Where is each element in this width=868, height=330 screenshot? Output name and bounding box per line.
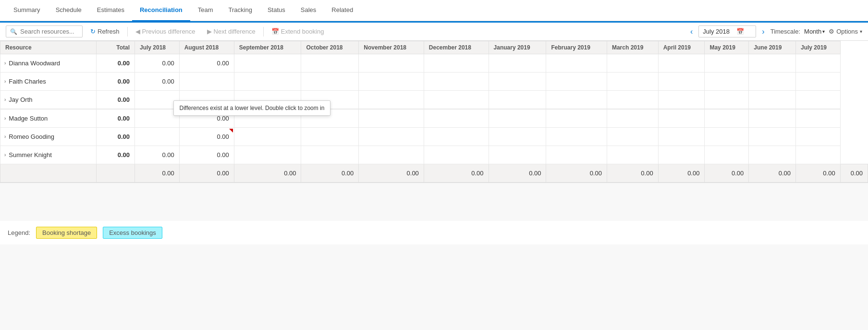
tab-tracking[interactable]: Tracking [221, 0, 260, 21]
expand-icon[interactable]: › [4, 61, 6, 66]
expand-icon[interactable]: › [4, 134, 6, 139]
col-jul2019: July 2019 [795, 41, 840, 54]
date-prev-button[interactable]: ‹ [688, 26, 695, 37]
data-cell [749, 146, 796, 164]
data-cell [749, 54, 796, 73]
col-jan2019: January 2019 [489, 41, 546, 54]
date-picker[interactable]: July 2018 📅 [698, 25, 756, 37]
data-cell [424, 54, 489, 73]
data-cell [546, 128, 607, 146]
date-next-button[interactable]: › [760, 26, 766, 37]
data-cell [179, 73, 234, 91]
tab-schedule[interactable]: Schedule [48, 0, 89, 21]
data-cell [658, 91, 705, 109]
total-footer-cell: 0.00 [489, 164, 546, 183]
search-box[interactable]: 🔍 [6, 25, 83, 37]
col-dec2018: December 2018 [424, 41, 489, 54]
total-footer-cell: 0.00 [234, 164, 301, 183]
data-cell [658, 54, 705, 73]
data-cell [546, 91, 607, 109]
total-footer-cell: 0.00 [840, 164, 868, 183]
total-cell: 0.00 [97, 54, 135, 73]
prev-icon: ◀ [135, 28, 140, 35]
data-cell [234, 54, 301, 73]
col-may2019: May 2019 [705, 41, 749, 54]
data-cell [749, 128, 796, 146]
data-cell [359, 91, 424, 109]
col-jul2018: July 2018 [135, 41, 180, 54]
total-footer-cell: 0.00 [705, 164, 749, 183]
data-cell [301, 128, 359, 146]
search-input[interactable] [20, 28, 78, 35]
data-cell [489, 54, 546, 73]
data-cell [424, 73, 489, 91]
data-cell [658, 110, 705, 128]
total-footer-cell: 0.00 [795, 164, 840, 183]
tab-team[interactable]: Team [190, 0, 221, 21]
col-sep2018: September 2018 [234, 41, 301, 54]
separator2 [263, 27, 264, 37]
resource-name: Romeo Gooding [9, 133, 54, 140]
legend-excess-bookings: Excess bookings [103, 227, 162, 239]
data-cell [749, 110, 796, 128]
timescale-select[interactable]: Month ▾ [804, 28, 825, 35]
data-cell [489, 110, 546, 128]
data-cell [489, 128, 546, 146]
total-footer-cell: 0.00 [135, 164, 180, 183]
data-cell [705, 146, 749, 164]
data-cell [424, 128, 489, 146]
tooltip-row: Differences exist at a lower level. Doub… [0, 109, 868, 110]
refresh-button[interactable]: ↻ Refresh [86, 26, 123, 37]
expand-icon[interactable]: › [4, 97, 6, 102]
col-mar2019: March 2019 [607, 41, 658, 54]
data-cell: 0.00 [135, 146, 180, 164]
total-footer-cell: 0.00 [359, 164, 424, 183]
total-cell: 0.00 [97, 110, 135, 128]
col-resource: Resource [0, 41, 97, 54]
legend-booking-shortage: Booking shortage [36, 227, 97, 239]
grid-container: Resource Total July 2018 August 2018 Sep… [0, 41, 868, 183]
data-cell [359, 73, 424, 91]
table-row: ›Romeo Gooding0.000.00 [0, 128, 868, 146]
total-cell: 0.00 [97, 91, 135, 109]
resource-name: Jay Orth [9, 96, 32, 103]
tab-estimates[interactable]: Estimates [89, 0, 132, 21]
tab-summary[interactable]: Summary [6, 0, 48, 21]
resource-name: Faith Charles [9, 78, 46, 85]
data-cell [301, 146, 359, 164]
next-difference-button[interactable]: ▶ Next difference [203, 26, 259, 37]
data-cell [795, 91, 840, 109]
expand-icon[interactable]: › [4, 79, 6, 84]
data-cell: 0.00 [179, 128, 234, 146]
extend-booking-button[interactable]: 📅 Extend booking [268, 26, 328, 37]
table-row: ›Madge Sutton0.000.00 [0, 110, 868, 128]
total-footer-cell: 0.00 [179, 164, 234, 183]
data-cell [607, 54, 658, 73]
resource-name: Dianna Woodward [9, 60, 60, 67]
tab-sales[interactable]: Sales [293, 0, 324, 21]
col-jun2019: June 2019 [749, 41, 796, 54]
col-total: Total [97, 41, 135, 54]
data-cell [489, 146, 546, 164]
data-cell [546, 73, 607, 91]
data-cell [359, 110, 424, 128]
data-cell [749, 91, 796, 109]
tab-reconciliation[interactable]: Reconciliation [132, 0, 190, 21]
expand-icon[interactable]: › [4, 152, 6, 158]
total-footer-cell: 0.00 [607, 164, 658, 183]
data-cell [658, 73, 705, 91]
tab-status[interactable]: Status [260, 0, 293, 21]
total-cell: 0.00 [97, 73, 135, 91]
tab-related[interactable]: Related [324, 0, 361, 21]
col-feb2019: February 2019 [546, 41, 607, 54]
options-button[interactable]: ⚙ Options ▾ [829, 28, 862, 35]
data-cell [705, 73, 749, 91]
total-footer-cell: 0.00 [546, 164, 607, 183]
data-cell [135, 91, 180, 109]
data-cell [795, 128, 840, 146]
tooltip-box: Differences exist at a lower level. Doub… [173, 100, 331, 116]
prev-difference-button[interactable]: ◀ Previous difference [132, 26, 199, 37]
data-cell [234, 73, 301, 91]
expand-icon[interactable]: › [4, 116, 6, 121]
totals-row: 0.000.000.000.000.000.000.000.000.000.00… [0, 164, 868, 183]
